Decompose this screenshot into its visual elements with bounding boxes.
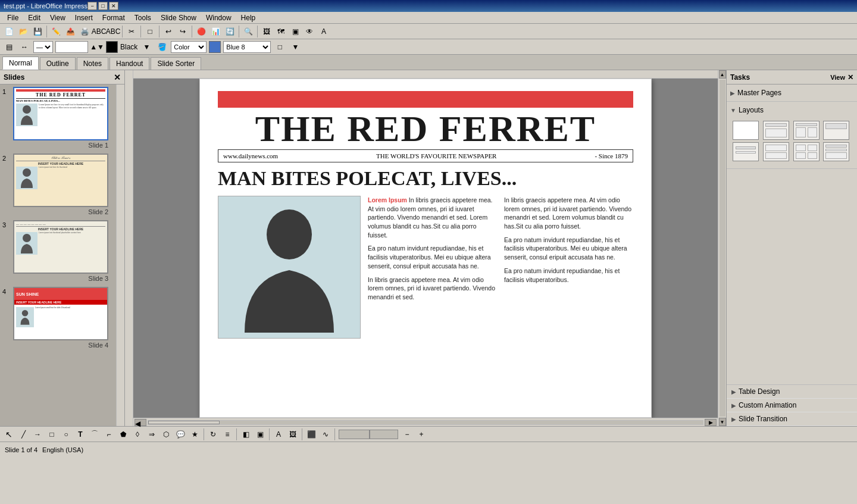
zoom-out[interactable]: −: [401, 428, 414, 441]
new-button[interactable]: 📄: [2, 25, 15, 38]
view2-button[interactable]: 👁: [303, 25, 316, 38]
layout-title-2col[interactable]: [793, 121, 820, 140]
layout-blank[interactable]: [733, 121, 759, 140]
shape-button[interactable]: □: [143, 25, 157, 38]
vscroll-up[interactable]: ▲: [719, 70, 726, 79]
navigator-button[interactable]: 🗺: [274, 25, 287, 38]
fill-color-box[interactable]: [209, 41, 221, 53]
menu-window[interactable]: Window: [201, 12, 236, 23]
close-button[interactable]: ✕: [109, 2, 118, 10]
slides-close-button[interactable]: ✕: [114, 73, 121, 82]
slide-thumb-1[interactable]: THE RED FERRET MAN BITES POLECAT, LIVES.…: [13, 87, 108, 140]
menu-insert[interactable]: Insert: [70, 12, 98, 23]
slides-scrollbar[interactable]: [116, 84, 124, 426]
fill-color-select[interactable]: Blue 8: [223, 41, 271, 53]
line-style-select[interactable]: —: [33, 41, 53, 53]
zoom-in[interactable]: +: [415, 428, 428, 441]
tasks-view-label[interactable]: View: [830, 74, 845, 81]
3d-tool[interactable]: ▣: [254, 428, 267, 441]
spellcheck2-button[interactable]: ABC: [107, 25, 120, 38]
tab-slidesorter[interactable]: Slide Sorter: [151, 57, 201, 70]
callout-tool[interactable]: 💬: [174, 428, 187, 441]
tasks-close-button[interactable]: ✕: [847, 73, 853, 82]
export-button[interactable]: 📤: [64, 25, 77, 38]
more-shapes-tool[interactable]: ◊: [131, 428, 144, 441]
fill-icon[interactable]: 🪣: [155, 40, 168, 54]
image-insert[interactable]: 🖼: [286, 428, 299, 441]
line-tool[interactable]: ╱: [17, 428, 30, 441]
arrow-tool[interactable]: →: [31, 428, 44, 441]
menu-view[interactable]: View: [45, 12, 70, 23]
menu-format[interactable]: Format: [98, 12, 130, 23]
layouts-header[interactable]: ▼ Layouts: [730, 104, 853, 116]
line-width-input[interactable]: 0.00cm: [55, 41, 88, 53]
rotate-tool[interactable]: ↻: [207, 428, 220, 441]
tab-notes[interactable]: Notes: [77, 57, 108, 70]
shadow-toggle[interactable]: ◧: [239, 428, 252, 441]
layout-centered-text[interactable]: [733, 142, 759, 161]
zoom-slider[interactable]: [339, 430, 398, 439]
chart-button[interactable]: 📊: [209, 25, 222, 38]
layout-title-text-content[interactable]: [823, 142, 849, 161]
fill-style-select[interactable]: Color: [171, 41, 207, 53]
toggle-extrusion[interactable]: ⬛: [305, 428, 318, 441]
menu-slideshow[interactable]: Slide Show: [156, 12, 201, 23]
spellcheck-button[interactable]: ABC: [92, 25, 105, 38]
block-arrow-tool[interactable]: ⇒: [145, 428, 158, 441]
hscroll-thumb[interactable]: [148, 421, 220, 424]
canvas-vscroll[interactable]: ▲ ▼: [718, 70, 726, 426]
layout-4content[interactable]: [793, 142, 820, 161]
text-tool[interactable]: T: [74, 428, 87, 441]
fontwork-button[interactable]: A: [317, 25, 330, 38]
slide-thumb-4[interactable]: SUN SHINE INSERT YOUR HEADLINE HERE: [13, 287, 108, 340]
macro-button[interactable]: 🔴: [195, 25, 208, 38]
save-button[interactable]: 💾: [31, 25, 44, 38]
hscroll-track[interactable]: [148, 420, 703, 425]
print-button[interactable]: 🖨️: [78, 25, 91, 38]
cursor-tool[interactable]: ↖: [2, 428, 15, 441]
undo-button[interactable]: ↩: [162, 25, 175, 38]
shadow-icon[interactable]: □: [273, 40, 286, 54]
color-dropdown[interactable]: ▼: [140, 40, 153, 54]
ellipse-tool[interactable]: ○: [60, 428, 73, 441]
toggle-bezier[interactable]: ∿: [319, 428, 332, 441]
zoom-button[interactable]: 🔍: [242, 25, 255, 38]
minimize-button[interactable]: −: [87, 2, 97, 10]
slide-transition-item[interactable]: ▶ Slide Transition: [727, 412, 857, 426]
arrow-style-icon[interactable]: ↔: [18, 40, 31, 54]
hscrollbar[interactable]: ◀ ▶: [133, 418, 718, 426]
redo-button[interactable]: ↪: [176, 25, 189, 38]
tab-handout[interactable]: Handout: [110, 57, 149, 70]
menu-help[interactable]: Help: [236, 12, 261, 23]
layout-title-content[interactable]: [763, 121, 789, 140]
cut-button[interactable]: ✂: [125, 25, 138, 38]
vscroll-track[interactable]: [720, 80, 725, 417]
vscroll-down[interactable]: ▼: [719, 418, 726, 426]
tab-normal[interactable]: Normal: [2, 57, 39, 70]
menu-edit[interactable]: Edit: [23, 12, 45, 23]
slide-thumb-3[interactable]: ― ― ― ― ― ― ― ― INSERT YOUR HEADLINE HER…: [13, 220, 108, 274]
maximize-button[interactable]: □: [98, 2, 108, 10]
line-width-spinner[interactable]: ▲▼: [90, 40, 104, 54]
layout-title-only[interactable]: [823, 121, 849, 140]
edit-button[interactable]: ✏️: [49, 25, 62, 38]
connector-tool[interactable]: ⌐: [102, 428, 115, 441]
slide-thumb-2[interactable]: 𝒪𝓁𝒹𝑒𝓃 𝒯𝒾𝓂𝑒𝓈 INSERT YOUR HEADLINE HERE: [13, 154, 108, 207]
slide-item-1[interactable]: 1 THE RED FERRET MAN BITES POLECAT, LIVE…: [2, 87, 114, 149]
gallery-button[interactable]: 🖼: [260, 25, 273, 38]
polygon-tool[interactable]: ⬟: [117, 428, 130, 441]
stars-tool[interactable]: ★: [188, 428, 201, 441]
layout-content-2row[interactable]: [763, 142, 789, 161]
slide-item-2[interactable]: 2 𝒪𝓁𝒹𝑒𝓃 𝒯𝒾𝓂𝑒𝓈 INSERT YOUR HEADLINE HERE: [2, 154, 114, 215]
line-style-icon[interactable]: ▤: [2, 40, 15, 54]
curve-tool[interactable]: ⌒: [88, 428, 101, 441]
custom-animation-item[interactable]: ▶ Custom Animation: [727, 399, 857, 412]
slide-item-4[interactable]: 4 SUN SHINE INSERT YOUR HEADLINE HERE: [2, 287, 114, 349]
rect-tool[interactable]: □: [45, 428, 58, 441]
tab-outline[interactable]: Outline: [40, 57, 76, 70]
slide-item-3[interactable]: 3 ― ― ― ― ― ― ― ― INSERT YOUR HEADLINE H…: [2, 220, 114, 282]
fontwork-tool[interactable]: A: [272, 428, 285, 441]
masterpages-header[interactable]: ▶ Master Pages: [730, 87, 853, 99]
flowchart-tool[interactable]: ⬡: [159, 428, 173, 441]
table-design-item[interactable]: ▶ Table Design: [727, 385, 857, 399]
